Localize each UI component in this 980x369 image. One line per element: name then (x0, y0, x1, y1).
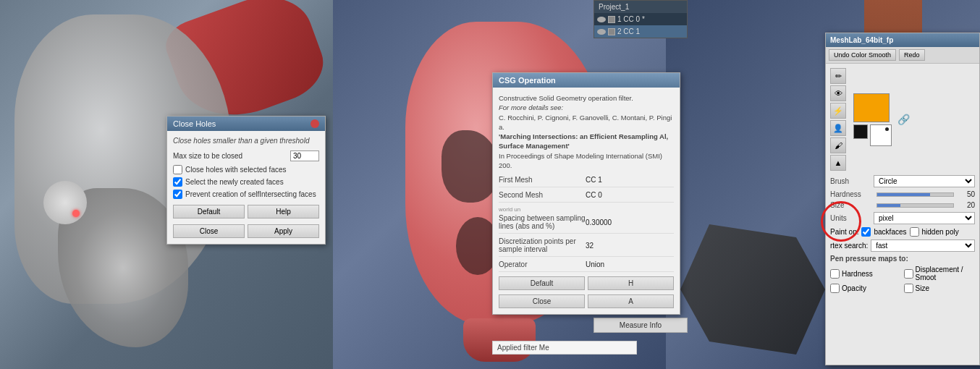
discretization-label: Discretization points per sample interva… (499, 237, 586, 253)
color-swatch-black[interactable] (853, 124, 868, 139)
hidden-poly-checkbox[interactable] (910, 227, 919, 237)
project-item-1[interactable]: 1 CC 0 * (594, 13, 687, 25)
discretization-value: 32 (586, 242, 674, 250)
operator-row: Operator Union (499, 260, 674, 272)
close-holes-close-btn[interactable] (311, 119, 319, 128)
brush-label: Brush (830, 177, 874, 185)
vertex-search-select[interactable]: fast (871, 239, 975, 252)
close-holes-checkbox1[interactable] (173, 165, 182, 174)
tool-btn-4[interactable]: 👤 (830, 120, 846, 136)
dialog-subtitle: Close holes smaller than a given thresho… (173, 137, 319, 145)
default-button[interactable]: Default (173, 205, 245, 219)
hardness-slider[interactable] (876, 192, 954, 197)
hardness-label: Hardness (830, 190, 874, 198)
close-holes-checkbox2[interactable] (173, 177, 182, 187)
tool-btn-2[interactable]: 👁 (830, 85, 846, 101)
close-holes-checkbox3[interactable] (173, 190, 182, 199)
eye-icon-2 (597, 29, 606, 35)
color-swatch-orange[interactable] (853, 93, 890, 122)
apply-button[interactable]: Apply (248, 224, 319, 238)
csg-buttons: Default H (499, 276, 674, 290)
project-item-2[interactable]: 2 CC 1 (594, 25, 687, 38)
hardness-check-item: Hardness (830, 266, 902, 281)
hardness-row: Hardness 50 (830, 190, 975, 198)
opacity-pen-checkbox[interactable] (830, 284, 840, 293)
color-row: ✏ 👁 ⚡ 👤 🖌 ▲ 🔗 (830, 68, 975, 171)
pen-pressure-label: Pen pressure maps to: (830, 255, 975, 263)
meshlab-toolbar: Undo Color Smooth Redo (826, 47, 979, 64)
mesh-icon-2 (608, 28, 615, 35)
csg-apply-btn[interactable]: A (588, 294, 674, 308)
brush-row: Brush Circle (830, 175, 975, 187)
opacity-check-item: Opacity (830, 284, 902, 293)
csg-titlebar: CSG Operation (493, 73, 680, 88)
eye-icon-1 (597, 17, 606, 22)
size-slider[interactable] (876, 203, 954, 208)
csg-desc-title2: Surface Management' (499, 142, 570, 150)
dialog-body: Close holes smaller than a given thresho… (167, 131, 325, 244)
dialog-buttons: Default Help (173, 205, 319, 219)
spacing-row: Spacing between sampling lines (abs and … (499, 214, 674, 234)
csg-desc-title: 'Marching Intersections: an Efficient Re… (499, 132, 668, 140)
mesh-icon-1 (608, 16, 615, 23)
vertex-row: rtex search: fast (830, 239, 975, 252)
meshlab-panel: MeshLab_64bit_fp Undo Color Smooth Redo … (825, 33, 980, 365)
close-button[interactable]: Close (173, 224, 245, 238)
pink-tab (463, 318, 536, 362)
tool-btn-6[interactable]: ▲ (830, 155, 846, 171)
left-small-sphere (43, 181, 87, 224)
spacing-label: Spacing between sampling lines (abs and … (499, 214, 586, 230)
close-holes-dialog: Close Holes Close holes smaller than a g… (166, 116, 326, 245)
tool-btn-3[interactable]: ⚡ (830, 103, 846, 119)
operator-value: Union (586, 260, 674, 268)
csg-default-btn[interactable]: Default (499, 276, 585, 290)
csg-desc-line2: For more details see: (499, 103, 563, 111)
small-swatches (853, 124, 892, 146)
left-viewport[interactable]: Close Holes Close holes smaller than a g… (0, 0, 333, 369)
dialog-buttons-2: Close Apply (173, 224, 319, 238)
checkbox-row-1: Close holes with selected faces (173, 165, 319, 174)
displacement-pen-label: Displacement / Smoot (916, 266, 976, 281)
size-value: 20 (957, 201, 975, 209)
checkbox2-label: Select the newly created faces (185, 178, 284, 186)
units-label: Units (830, 214, 874, 222)
size-pen-label: Size (916, 284, 929, 292)
undo-button[interactable]: Undo Color Smooth (829, 49, 896, 61)
color-swatch-white[interactable] (870, 124, 892, 146)
units-select[interactable]: pixel (874, 212, 975, 224)
size-check-item: Size (904, 284, 976, 293)
checkbox-row-3: Prevent creation of selfIntersecting fac… (173, 190, 319, 199)
tool-btn-1[interactable]: ✏ (830, 68, 846, 84)
pen-checkboxes: Hardness Displacement / Smoot Opacity Si… (830, 266, 975, 293)
size-row: Size 20 (830, 201, 975, 209)
second-mesh-row: Second Mesh CC 0 (499, 191, 674, 203)
redo-button[interactable]: Redo (899, 49, 925, 61)
dialog-title: Close Holes (173, 119, 216, 128)
csg-help-btn[interactable]: H (588, 276, 674, 290)
world-un-label: world un (499, 206, 674, 213)
discretization-row: Discretization points per sample interva… (499, 237, 674, 257)
backfaces-checkbox[interactable] (861, 227, 871, 237)
meshlab-content: ✏ 👁 ⚡ 👤 🖌 ▲ 🔗 (826, 64, 979, 297)
dialog-titlebar: Close Holes (167, 116, 325, 131)
backfaces-label: backfaces (874, 228, 906, 236)
hardness-pen-label: Hardness (842, 270, 873, 278)
checkbox3-label: Prevent creation of selfIntersecting fac… (185, 190, 316, 198)
color-dot (885, 127, 889, 131)
meshlab-titlebar: MeshLab_64bit_fp (826, 33, 979, 47)
tool-btn-5[interactable]: 🖌 (830, 137, 846, 153)
displacement-pen-checkbox[interactable] (904, 269, 913, 279)
applied-filter-label: Applied filter Me (497, 344, 549, 352)
project-panel: Project_1 1 CC 0 * 2 CC 1 (594, 0, 688, 38)
csg-buttons-2: Close A (499, 294, 674, 308)
max-size-input[interactable] (290, 150, 319, 161)
meshlab-props: Brush Circle Hardness 50 Size 20 Units p… (830, 175, 975, 293)
help-button[interactable]: Help (248, 205, 319, 219)
size-pen-checkbox[interactable] (904, 284, 913, 293)
first-mesh-row: First Mesh CC 1 (499, 176, 674, 187)
second-mesh-value: CC 0 (586, 191, 674, 199)
hardness-pen-checkbox[interactable] (830, 269, 840, 279)
csg-close-btn[interactable]: Close (499, 294, 585, 308)
hidden-poly-label: hidden poly (922, 228, 959, 236)
brush-select[interactable]: Circle (874, 175, 975, 187)
